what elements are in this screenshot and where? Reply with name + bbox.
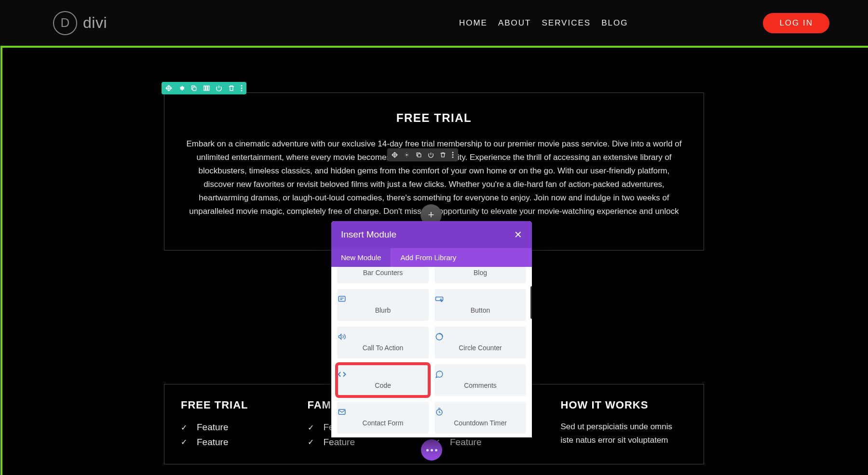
circle-counter-icon [434, 332, 526, 341]
popup-title: Insert Module [341, 229, 396, 240]
close-icon[interactable]: ✕ [514, 229, 522, 240]
plan-title: HOW IT WORKS [561, 399, 683, 411]
more-icon[interactable] [452, 152, 454, 158]
svg-point-7 [406, 154, 407, 156]
svg-rect-3 [208, 86, 209, 90]
module-circle-counter[interactable]: Circle Counter [434, 327, 526, 358]
module-label: Contact Form [337, 419, 429, 427]
module-toolbar [387, 148, 458, 161]
logo-icon: D [53, 11, 77, 35]
module-label: Blurb [337, 306, 429, 314]
module-bar-counters[interactable]: Bar Counters [337, 267, 429, 283]
module-label: Bar Counters [337, 269, 429, 277]
tab-add-from-library[interactable]: Add From Library [391, 248, 466, 267]
nav-blog[interactable]: BLOG [601, 18, 628, 28]
check-icon: ✓ [308, 422, 314, 434]
gear-icon[interactable] [178, 85, 185, 92]
timer-icon [434, 408, 526, 416]
popup-body: Bar Counters Blog Blurb Button Call To A… [331, 267, 532, 437]
duplicate-icon[interactable] [416, 152, 422, 158]
svg-rect-2 [206, 86, 207, 90]
module-code[interactable]: Code [337, 364, 429, 396]
logo-text: divi [83, 14, 107, 32]
popup-tabs: New Module Add From Library [331, 248, 532, 267]
module-label: Call To Action [337, 344, 429, 352]
module-blog[interactable]: Blog [434, 267, 526, 283]
trash-icon[interactable] [440, 152, 446, 158]
feature-row: ✓Feature [181, 420, 303, 435]
plan-title: FREE TRIAL [181, 399, 303, 411]
scrollbar[interactable] [530, 286, 532, 319]
module-comments[interactable]: Comments [434, 364, 526, 396]
nav-about[interactable]: ABOUT [498, 18, 531, 28]
section-toolbar [162, 82, 246, 94]
module-label: Blog [434, 269, 526, 277]
nav-services[interactable]: SERVICES [542, 18, 591, 28]
logo[interactable]: D divi [43, 6, 117, 40]
module-contact-form[interactable]: Contact Form [337, 402, 429, 434]
check-icon: ✓ [181, 436, 187, 449]
how-text: Sed ut perspiciatis unde omnis iste natu… [561, 420, 683, 446]
check-icon: ✓ [308, 436, 314, 449]
more-icon[interactable] [241, 85, 243, 92]
power-icon[interactable] [216, 85, 222, 92]
module-label: Comments [434, 382, 526, 389]
module-blurb[interactable]: Blurb [337, 289, 429, 321]
move-icon[interactable] [392, 152, 398, 158]
module-label: Button [434, 306, 526, 314]
svg-rect-8 [418, 154, 421, 157]
nav-home[interactable]: HOME [459, 18, 488, 28]
svg-point-4 [241, 85, 242, 86]
svg-point-11 [452, 157, 454, 158]
move-icon[interactable] [165, 85, 172, 92]
trash-icon[interactable] [228, 85, 235, 92]
feature-row: ✓Feature [181, 435, 303, 449]
code-icon [337, 370, 429, 379]
module-label: Countdown Timer [434, 419, 526, 427]
power-icon[interactable] [428, 152, 434, 158]
section-highlight-left [0, 46, 2, 475]
feature-label: Feature [197, 435, 228, 449]
gear-icon[interactable] [404, 152, 410, 158]
builder-fab[interactable] [421, 439, 442, 461]
svg-rect-0 [193, 87, 196, 91]
section-highlight-top [2, 46, 868, 48]
svg-point-5 [241, 87, 242, 89]
module-label: Circle Counter [434, 344, 526, 352]
nav: HOME ABOUT SERVICES BLOG [459, 18, 628, 28]
megaphone-icon [337, 332, 429, 341]
plan-col-free-trial: FREE TRIAL ✓Feature ✓Feature [181, 399, 308, 449]
popup-header[interactable]: Insert Module ✕ [331, 221, 532, 248]
svg-rect-12 [339, 296, 345, 302]
check-icon: ✓ [181, 422, 187, 434]
module-countdown-timer[interactable]: Countdown Timer [434, 402, 526, 434]
blurb-icon [337, 295, 429, 303]
svg-point-9 [452, 152, 454, 153]
module-button[interactable]: Button [434, 289, 526, 321]
header: D divi HOME ABOUT SERVICES BLOG LOG IN [0, 0, 868, 46]
tab-new-module[interactable]: New Module [331, 248, 391, 267]
mail-icon [337, 408, 429, 416]
dots-icon [426, 449, 437, 451]
insert-module-popup: Insert Module ✕ New Module Add From Libr… [331, 221, 532, 437]
svg-point-10 [452, 154, 454, 156]
columns-icon[interactable] [203, 85, 210, 92]
login-button[interactable]: LOG IN [763, 13, 829, 33]
svg-point-6 [241, 90, 242, 91]
duplicate-icon[interactable] [190, 85, 197, 92]
svg-rect-1 [204, 86, 205, 90]
button-icon [434, 295, 526, 303]
module-label: Code [337, 382, 429, 389]
module-call-to-action[interactable]: Call To Action [337, 327, 429, 358]
plan-col-how-it-works: HOW IT WORKS Sed ut perspiciatis unde om… [561, 399, 688, 449]
feature-label: Feature [197, 420, 228, 435]
trial-title: FREE TRIAL [179, 111, 689, 125]
comments-icon [434, 370, 526, 379]
